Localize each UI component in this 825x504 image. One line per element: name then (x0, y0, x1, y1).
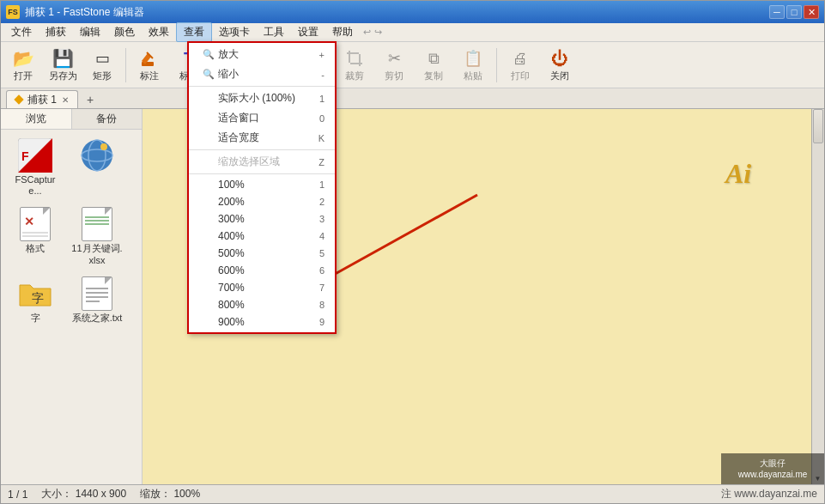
vertical-scrollbar[interactable]: ▲ ▼ (811, 109, 824, 484)
size-indicator: 大小： 1440 x 900 (41, 487, 126, 501)
excel-label: 11月关键词.xlsx (71, 243, 123, 265)
tab-capture1[interactable]: 捕获 1 ✕ (6, 90, 78, 108)
annotate-icon (139, 48, 160, 69)
open-label: 打开 (14, 70, 33, 81)
open-icon: 📂 (13, 48, 33, 69)
globe-icon (80, 138, 114, 173)
watermark: 大眼仔 www.dayanzai.me (721, 453, 824, 484)
rect-icon: ▭ (92, 48, 112, 69)
page-indicator: 1 / 1 (8, 489, 27, 501)
tab-diamond-icon (14, 94, 23, 104)
cut-icon: ✂ (384, 48, 404, 69)
scrollbar-thumb[interactable] (813, 109, 823, 143)
main-window: FS 捕获 1 - FastStone 编辑器 ─ □ ✕ 文件 捕获 编辑 颜… (0, 0, 825, 504)
menu-color[interactable]: 颜色 (107, 23, 142, 41)
crop-icon (344, 48, 365, 69)
tab-label: 捕获 1 (27, 93, 57, 107)
sidebar-item-globe[interactable] (68, 135, 126, 200)
svg-point-13 (82, 140, 112, 171)
menu-help[interactable]: 帮助 (325, 23, 360, 41)
watermark-text: 大眼仔 www.dayanzai.me (738, 458, 808, 480)
fscapture-label: FSCapture... (9, 174, 61, 197)
zoom-indicator: 缩放： 100% (140, 487, 200, 501)
fscapture-icon: F (18, 138, 52, 173)
cut-button[interactable]: ✂ 剪切 (375, 45, 413, 86)
copy-label: 复制 (424, 70, 443, 81)
undo-icon[interactable]: ↩ (363, 27, 371, 38)
close-window-button[interactable]: ✕ (804, 5, 819, 19)
dropdown-item-fit-width[interactable]: 适合宽度 K (189, 128, 335, 148)
dropdown-item-zoom-area: 缩放选择区域 Z (189, 152, 335, 172)
minimize-button[interactable]: ─ (769, 5, 785, 19)
sidebar-item-excel-x[interactable]: ✕ 格式 (6, 203, 64, 269)
redo-icon[interactable]: ↪ (374, 27, 382, 38)
save-icon: 💾 (52, 48, 73, 69)
svg-point-16 (100, 143, 107, 150)
excel-x-label: 格式 (26, 243, 45, 254)
rect-button[interactable]: ▭ 矩形 (83, 45, 121, 86)
dropdown-item-400[interactable]: 400% 4 (189, 228, 335, 245)
dropdown-item-300[interactable]: 300% 3 (189, 210, 335, 228)
close-img-icon: ⏻ (549, 48, 570, 69)
tab-add-button[interactable]: + (82, 91, 99, 108)
dropdown-item-800[interactable]: 800% 8 (189, 296, 335, 313)
window-title: 捕获 1 - FastStone 编辑器 (25, 5, 769, 20)
ai-label: Ai (725, 158, 751, 190)
menu-capture[interactable]: 捕获 (39, 23, 73, 41)
close-img-button[interactable]: ⏻ 关闭 (541, 45, 579, 86)
sidebar-item-folder[interactable]: 字 字 (6, 273, 64, 327)
dropdown-item-500[interactable]: 500% 5 (189, 245, 335, 262)
svg-line-19 (323, 195, 477, 281)
open-button[interactable]: 📂 打开 (4, 45, 42, 86)
menu-tab[interactable]: 选项卡 (212, 23, 257, 41)
menu-file[interactable]: 文件 (4, 23, 39, 41)
annotate-button[interactable]: 标注 (130, 45, 168, 86)
dropdown-item-900[interactable]: 900% 9 (189, 313, 335, 331)
sidebar-tab-backup[interactable]: 备份 (72, 109, 143, 129)
cut-label: 剪切 (385, 70, 403, 81)
dropdown-item-700[interactable]: 700% 7 (189, 279, 335, 296)
ai-text-display: Ai (704, 143, 773, 203)
crop-label: 裁剪 (345, 70, 364, 81)
menu-view[interactable]: 查看 (176, 22, 212, 42)
sidebar-item-txt[interactable]: 系统之家.txt (68, 273, 126, 327)
saveas-label: 另存为 (49, 70, 77, 81)
print-label: 打印 (511, 70, 530, 81)
saveas-button[interactable]: 💾 另存为 (44, 45, 82, 86)
window-controls: ─ □ ✕ (769, 5, 819, 19)
tab-close-button[interactable]: ✕ (62, 95, 69, 105)
paste-button[interactable]: 📋 粘贴 (454, 45, 492, 86)
copy-icon: ⧉ (423, 48, 444, 69)
menu-effect[interactable]: 效果 (142, 23, 176, 41)
txt-icon (80, 276, 114, 311)
dropdown-section-fit: 实际大小 (100%) 1 适合窗口 0 适合宽度 K (189, 109, 335, 150)
print-button[interactable]: 🖨 打印 (501, 45, 539, 86)
annotate-label: 标注 (140, 70, 159, 81)
toolbar: 📂 打开 💾 另存为 ▭ 矩形 标注 T 标题 边框 (1, 42, 824, 88)
statusbar: 1 / 1 大小： 1440 x 900 缩放： 100% 注 www.daya… (1, 484, 824, 503)
paste-icon: 📋 (463, 48, 483, 69)
folder-icon: 字 (18, 276, 52, 311)
sidebar-tab-browse[interactable]: 浏览 (1, 109, 72, 129)
restore-button[interactable]: □ (786, 5, 802, 19)
menu-tool[interactable]: 工具 (257, 23, 291, 41)
dropdown-item-fit-window[interactable]: 适合窗口 0 (189, 109, 335, 128)
folder-label: 字 (31, 313, 40, 324)
copy-button[interactable]: ⧉ 复制 (415, 45, 452, 86)
sidebar-content: F FSCapture... (1, 130, 142, 484)
sidebar-item-excel[interactable]: 11月关键词.xlsx (68, 203, 126, 269)
excel-icon (80, 207, 114, 241)
dropdown-item-100[interactable]: 100% 1 (189, 176, 335, 193)
crop-button[interactable]: 裁剪 (336, 45, 373, 86)
sidebar-item-fscapture[interactable]: F FSCapture... (6, 135, 64, 200)
view-dropdown-menu: 🔍 放大 + 🔍 缩小 - 实际大小 (100%) 1 (187, 109, 337, 334)
dropdown-item-600[interactable]: 600% 6 (189, 262, 335, 279)
menubar: 文件 捕获 编辑 颜色 效果 查看 选项卡 工具 设置 帮助 ↩ ↪ (1, 23, 824, 42)
sidebar-tab-bar: 浏览 备份 (1, 109, 142, 130)
tabbar: 捕获 1 ✕ + (1, 88, 824, 109)
txt-label: 系统之家.txt (72, 313, 123, 324)
dropdown-item-200[interactable]: 200% 2 (189, 193, 335, 210)
dropdown-section-zoom-area: 缩放选择区域 Z (189, 150, 335, 174)
menu-edit[interactable]: 编辑 (73, 23, 107, 41)
menu-settings[interactable]: 设置 (291, 23, 325, 41)
